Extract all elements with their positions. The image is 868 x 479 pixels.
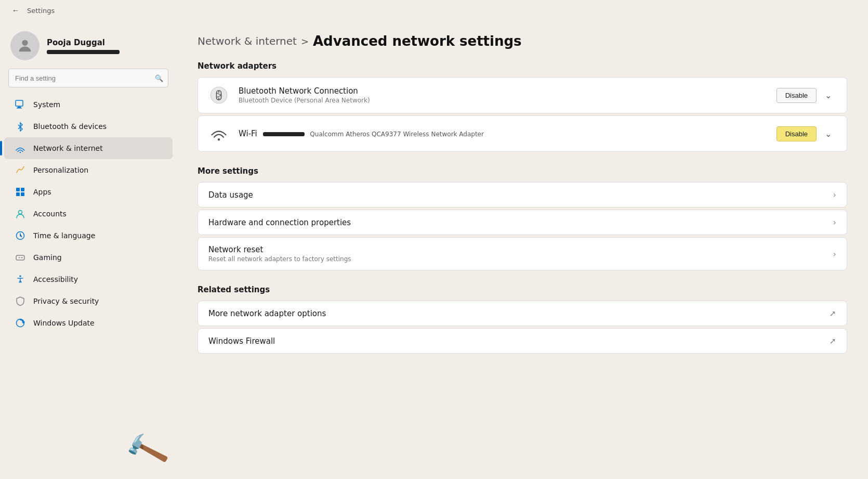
sidebar-item-time[interactable]: Time & language xyxy=(4,225,173,247)
sidebar-item-accounts-label: Accounts xyxy=(33,210,67,218)
svg-point-6 xyxy=(20,152,21,153)
hammer-icon: 🔨 xyxy=(122,426,172,474)
sidebar-item-network-label: Network & internet xyxy=(33,144,103,152)
data-usage-row[interactable]: Data usage › xyxy=(198,182,847,208)
wifi-name-redacted xyxy=(263,132,305,136)
more-settings-list: Data usage › Hardware and connection pro… xyxy=(198,182,847,270)
network-icon xyxy=(15,143,26,154)
more-network-adapter-title: More network adapter options xyxy=(208,309,830,318)
main-content: Network & internet > Advanced network se… xyxy=(177,21,868,479)
svg-point-16 xyxy=(21,257,22,258)
svg-rect-13 xyxy=(16,255,24,260)
disable-button-wifi[interactable]: Disable xyxy=(777,126,817,141)
personalization-icon xyxy=(15,164,26,176)
hardware-properties-row[interactable]: Hardware and connection properties › xyxy=(198,210,847,235)
chevron-icon-data-usage: › xyxy=(833,190,836,200)
user-name: Pooja Duggal xyxy=(47,38,120,47)
adapter-card-wifi: Wi-Fi Qualcomm Atheros QCA9377 Wireless … xyxy=(198,115,847,152)
apps-icon xyxy=(15,186,26,198)
network-reset-title: Network reset xyxy=(208,245,833,254)
search-icon: 🔍 xyxy=(155,74,163,82)
svg-point-17 xyxy=(22,257,23,258)
svg-rect-3 xyxy=(17,108,22,109)
title-bar-title: Settings xyxy=(27,7,55,15)
svg-point-18 xyxy=(19,275,21,277)
sidebar-item-accessibility-label: Accessibility xyxy=(33,275,78,283)
expand-button-bluetooth[interactable]: ⌄ xyxy=(820,87,836,103)
user-section: Pooja Duggal xyxy=(0,21,177,69)
user-email-redacted xyxy=(47,50,120,54)
more-settings-section: More settings Data usage › Hardware and … xyxy=(198,166,847,270)
accounts-icon xyxy=(15,208,26,219)
adapter-card-bluetooth: Bluetooth Network Connection Bluetooth D… xyxy=(198,77,847,113)
breadcrumb-parent[interactable]: Network & internet xyxy=(198,35,297,47)
related-settings-list: More network adapter options ➚ Windows F… xyxy=(198,301,847,354)
sidebar-item-personalization-label: Personalization xyxy=(33,166,88,174)
back-button[interactable]: ← xyxy=(8,3,23,18)
sidebar-item-windowsupdate[interactable]: Windows Update xyxy=(4,312,173,334)
system-icon xyxy=(15,99,26,110)
adapter-info-bluetooth: Bluetooth Network Connection Bluetooth D… xyxy=(239,86,767,104)
chevron-icon-network-reset: › xyxy=(833,249,836,259)
adapter-desc-bluetooth: Bluetooth Device (Personal Area Network) xyxy=(239,97,767,104)
adapters-section: Network adapters xyxy=(198,61,847,152)
svg-rect-9 xyxy=(16,192,20,196)
time-icon xyxy=(15,230,26,241)
adapter-info-wifi: Wi-Fi Qualcomm Atheros QCA9377 Wireless … xyxy=(239,129,767,138)
sidebar-item-gaming[interactable]: Gaming xyxy=(4,247,173,268)
bluetooth-network-icon xyxy=(208,85,229,106)
sidebar-item-bluetooth-label: Bluetooth & devices xyxy=(33,122,107,131)
bluetooth-icon xyxy=(15,121,26,132)
network-reset-desc: Reset all network adapters to factory se… xyxy=(208,255,833,263)
related-settings-section: Related settings More network adapter op… xyxy=(198,285,847,354)
windows-firewall-title: Windows Firewall xyxy=(208,336,830,346)
windowsupdate-icon xyxy=(15,317,26,329)
adapters-section-title: Network adapters xyxy=(198,61,847,71)
sidebar: Pooja Duggal 🔍 System Bluetoo xyxy=(0,21,177,479)
sidebar-item-apps[interactable]: Apps xyxy=(4,181,173,203)
sidebar-item-windowsupdate-label: Windows Update xyxy=(33,319,95,327)
sidebar-item-accessibility[interactable]: Accessibility xyxy=(4,268,173,290)
svg-rect-2 xyxy=(18,107,21,108)
wifi-adapter-icon xyxy=(208,123,229,144)
svg-point-22 xyxy=(218,138,220,141)
avatar xyxy=(10,31,40,60)
network-reset-row[interactable]: Network reset Reset all network adapters… xyxy=(198,237,847,270)
title-bar: ← Settings xyxy=(0,0,868,21)
related-settings-title: Related settings xyxy=(198,285,847,294)
gaming-icon xyxy=(15,252,26,263)
adapter-actions-bluetooth: Disable ⌄ xyxy=(777,87,836,103)
sidebar-item-bluetooth[interactable]: Bluetooth & devices xyxy=(4,115,173,137)
adapter-name-bluetooth: Bluetooth Network Connection xyxy=(239,86,767,96)
sidebar-item-time-label: Time & language xyxy=(33,231,95,240)
breadcrumb-separator: > xyxy=(301,36,309,47)
breadcrumb-current: Advanced network settings xyxy=(313,33,522,49)
chevron-icon-hardware: › xyxy=(833,217,836,227)
windows-firewall-row[interactable]: Windows Firewall ➚ xyxy=(198,328,847,354)
search-input[interactable] xyxy=(8,69,168,87)
more-settings-title: More settings xyxy=(198,166,847,176)
svg-rect-7 xyxy=(16,188,20,191)
sidebar-item-system[interactable]: System xyxy=(4,94,173,115)
sidebar-item-network[interactable]: Network & internet xyxy=(4,137,173,159)
adapter-actions-wifi: Disable ⌄ xyxy=(777,125,836,142)
adapters-card-list: Bluetooth Network Connection Bluetooth D… xyxy=(198,77,847,152)
breadcrumb: Network & internet > Advanced network se… xyxy=(198,33,847,49)
more-network-adapter-row[interactable]: More network adapter options ➚ xyxy=(198,301,847,326)
svg-rect-10 xyxy=(21,192,24,196)
disable-button-bluetooth[interactable]: Disable xyxy=(777,88,817,103)
sidebar-item-personalization[interactable]: Personalization xyxy=(4,159,173,181)
expand-button-wifi[interactable]: ⌄ xyxy=(820,125,836,142)
data-usage-title: Data usage xyxy=(208,190,833,200)
sidebar-item-gaming-label: Gaming xyxy=(33,253,62,262)
svg-point-0 xyxy=(22,40,28,46)
sidebar-item-privacy[interactable]: Privacy & security xyxy=(4,290,173,312)
svg-point-20 xyxy=(211,87,227,103)
sidebar-item-system-label: System xyxy=(33,100,60,109)
user-info: Pooja Duggal xyxy=(47,38,120,54)
external-icon-network-adapter: ➚ xyxy=(830,308,836,318)
sidebar-item-accounts[interactable]: Accounts xyxy=(4,203,173,225)
svg-rect-8 xyxy=(21,188,24,191)
hardware-properties-title: Hardware and connection properties xyxy=(208,218,833,227)
nav-items: System Bluetooth & devices Network & int… xyxy=(0,94,177,421)
